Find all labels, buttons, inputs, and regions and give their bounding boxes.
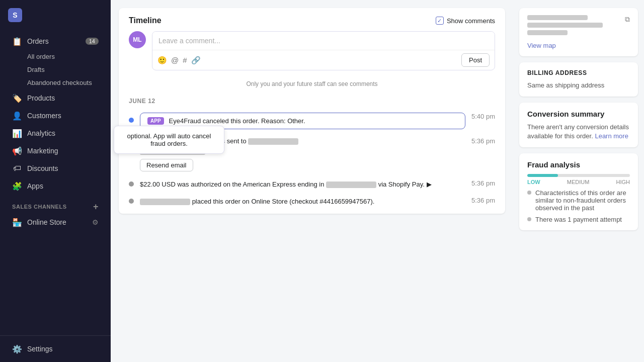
fraud-item-1: Characteristics of this order are simila…	[527, 189, 630, 212]
timeline-event-payment: $22.00 USD was authorized on the America…	[119, 175, 505, 193]
show-comments-checkbox[interactable]: ✓	[436, 17, 444, 25]
address-blurred-block	[527, 15, 603, 38]
fraud-analysis-card: Fraud analysis LOW MEDIUM HIGH Character…	[519, 153, 638, 230]
hashtag-icon[interactable]: #	[183, 56, 187, 64]
conversion-card: Conversion summary There aren't any conv…	[519, 103, 638, 147]
fraud-item-2: There was 1 payment attempt	[527, 216, 630, 223]
main-content: Timeline ✓ Show comments ML 🙂	[111, 0, 644, 362]
sidebar-bottom: ⚙️ Settings	[0, 335, 111, 362]
billing-title: BILLING ADDRESS	[527, 69, 630, 76]
link-icon[interactable]: 🔗	[191, 56, 201, 65]
address-card: ⧉ View map	[519, 8, 638, 56]
sidebar-item-abandoned-checkouts[interactable]: Abandoned checkouts	[4, 76, 107, 89]
emoji-icon[interactable]: 🙂	[157, 56, 167, 65]
store-icon: S	[8, 8, 22, 22]
sidebar-item-drafts[interactable]: Drafts	[4, 63, 107, 76]
view-map-link[interactable]: View map	[527, 42, 630, 49]
sidebar-item-all-orders[interactable]: All orders	[4, 50, 107, 63]
sidebar-item-label: Apps	[27, 182, 43, 190]
sidebar-item-label: Marketing	[27, 147, 58, 155]
fraud-bar-fill	[527, 174, 558, 177]
right-panel: ⧉ View map BILLING ADDRESS Same as shipp…	[513, 0, 644, 362]
sidebar-sub-label: All orders	[27, 53, 55, 60]
customer-name-blurred	[140, 199, 190, 205]
sidebar-sub-label: Abandoned checkouts	[27, 79, 92, 86]
avatar-initials: ML	[133, 36, 141, 43]
address-line-3	[527, 30, 568, 35]
learn-more-link[interactable]: Learn more	[595, 132, 628, 140]
fraud-analysis-title: Fraud analysis	[527, 160, 630, 169]
sidebar-item-online-store[interactable]: 🏪 Online Store ⚙	[4, 214, 107, 231]
timeline-card: Timeline ✓ Show comments ML 🙂	[119, 8, 505, 214]
timeline-dot-payment	[129, 182, 134, 187]
sidebar-item-label: Discounts	[27, 164, 58, 172]
sidebar-item-apps[interactable]: 🧩 Apps	[4, 177, 107, 195]
billing-card: BILLING ADDRESS Same as shipping address	[519, 62, 638, 97]
post-button[interactable]: Post	[461, 53, 490, 67]
add-sales-channel-button[interactable]: +	[93, 202, 99, 211]
timeline-dot-placed	[129, 199, 134, 204]
content-area: Timeline ✓ Show comments ML 🙂	[111, 0, 644, 362]
sidebar-item-marketing[interactable]: 📢 Marketing	[4, 142, 107, 159]
copy-address-button[interactable]: ⧉	[625, 15, 630, 24]
logo-letter: S	[13, 11, 17, 19]
fraud-dot-1	[527, 191, 531, 195]
email-event-time: 5:36 pm	[471, 137, 495, 145]
sidebar-item-settings[interactable]: ⚙️ Settings	[4, 340, 107, 357]
customers-icon: 👤	[12, 111, 22, 121]
timeline-header: Timeline ✓ Show comments	[119, 8, 505, 31]
timeline-event-fraud: optional. App will auto cancel fraud ord…	[119, 109, 505, 133]
tooltip-text: optional. App will auto cancel fraud ord…	[127, 132, 211, 147]
address-card-header: ⧉	[527, 15, 630, 38]
placed-event-time: 5:36 pm	[471, 197, 495, 204]
billing-same-text: Same as shipping address	[527, 81, 604, 89]
sidebar-item-analytics[interactable]: 📊 Analytics	[4, 125, 107, 142]
sidebar-item-products[interactable]: 🏷️ Products	[4, 89, 107, 107]
store-nav-icon: 🏪	[12, 217, 22, 227]
orders-badge: 14	[86, 38, 99, 45]
fraud-bar	[527, 174, 630, 177]
address-line-1	[527, 15, 588, 20]
timeline-event-placed: placed this order on Online Store (check…	[119, 193, 505, 214]
resend-email-button[interactable]: Resend email	[140, 159, 193, 171]
fraud-dot-2	[527, 217, 531, 221]
sidebar-item-orders[interactable]: 📋 Orders 14	[4, 33, 107, 50]
sidebar-item-label: Products	[27, 94, 55, 102]
sidebar-logo: S	[0, 4, 111, 30]
sales-channels-label: SALES CHANNELS	[12, 204, 67, 210]
mention-icon[interactable]: @	[171, 56, 179, 64]
online-store-settings-icon[interactable]: ⚙	[92, 218, 99, 226]
avatar: ML	[129, 31, 146, 48]
placed-text: placed this order on Online Store (check…	[140, 198, 374, 205]
sidebar-item-discounts[interactable]: 🏷 Discounts	[4, 160, 107, 177]
tooltip: optional. App will auto cancel fraud ord…	[114, 126, 224, 154]
payment-text: $22.00 USD was authorized on the America…	[140, 180, 432, 188]
email-address-blurred	[248, 138, 298, 145]
discounts-icon: 🏷	[12, 163, 22, 173]
orders-icon: 📋	[12, 36, 22, 46]
sidebar-item-label: Settings	[27, 345, 53, 353]
sidebar-item-customers[interactable]: 👤 Customers	[4, 107, 107, 124]
fraud-bar-container: LOW MEDIUM HIGH	[527, 174, 630, 185]
show-comments-control[interactable]: ✓ Show comments	[436, 17, 495, 25]
apps-icon: 🧩	[12, 181, 22, 191]
sidebar-item-label: Orders	[27, 37, 49, 45]
fraud-event-text: Eye4Fraud canceled this order. Reason: O…	[169, 117, 305, 125]
app-badge: APP	[147, 117, 164, 125]
timeline-date: JUNE 12	[119, 94, 505, 109]
fraud-labels: LOW MEDIUM HIGH	[527, 179, 630, 185]
placed-event-content: placed this order on Online Store (check…	[140, 197, 465, 206]
payment-event-time: 5:36 pm	[471, 179, 495, 187]
comment-input[interactable]	[152, 32, 495, 50]
sales-channels-header: SALES CHANNELS +	[0, 197, 111, 213]
products-icon: 🏷️	[12, 93, 22, 103]
address-line-2	[527, 23, 603, 28]
analytics-icon: 📊	[12, 128, 22, 138]
center-panel: Timeline ✓ Show comments ML 🙂	[111, 0, 513, 362]
sidebar-item-label: Analytics	[27, 129, 55, 137]
fraud-label-high: HIGH	[616, 179, 630, 185]
conversion-text: There aren't any conversion details avai…	[527, 123, 629, 140]
sidebar-item-label: Online Store	[27, 218, 66, 226]
settings-icon: ⚙️	[12, 344, 22, 354]
comment-toolbar: 🙂 @ # 🔗 Post	[152, 50, 495, 70]
